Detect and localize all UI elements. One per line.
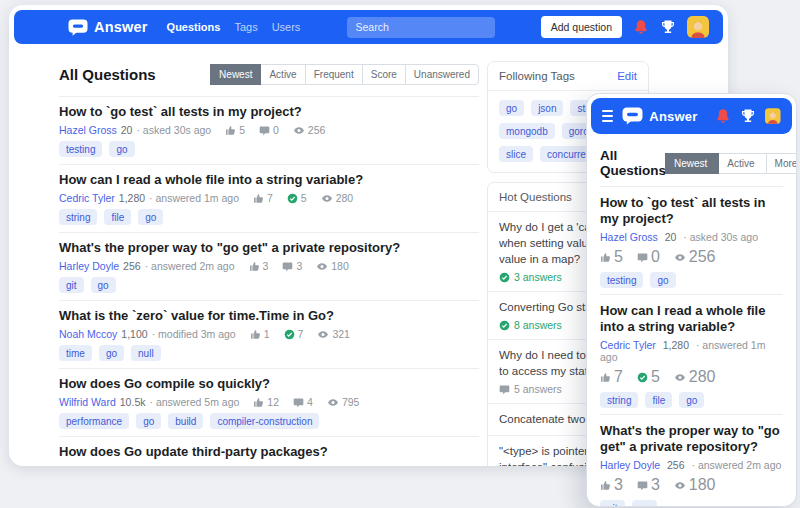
filter-button[interactable]: Frequent <box>305 64 363 85</box>
answered-check-icon <box>499 272 510 283</box>
tag-chip[interactable]: string <box>59 209 97 225</box>
question-list-item: How to `go test` all tests in my project… <box>600 187 783 295</box>
user-avatar[interactable] <box>765 105 781 127</box>
achievements-trophy-icon[interactable] <box>740 108 756 124</box>
achievements-trophy-icon[interactable] <box>660 19 676 35</box>
thumbs-up-icon <box>600 372 611 383</box>
question-list-item: How can I read a whole file into a strin… <box>600 295 783 415</box>
tag-chip[interactable]: go <box>138 209 163 225</box>
question-title[interactable]: How does Go compile so quickly? <box>59 376 479 392</box>
notifications-bell-icon[interactable] <box>633 19 649 35</box>
answers-stat: 0 <box>637 248 660 266</box>
question-author-link[interactable]: Hazel Gross <box>600 231 658 243</box>
menu-hamburger-icon[interactable] <box>602 110 613 122</box>
tag-chip[interactable]: git <box>600 500 625 507</box>
tag-chip[interactable]: time <box>59 345 92 361</box>
tag-chip[interactable]: string <box>600 392 638 408</box>
question-author-link[interactable]: Harley Doyle <box>600 459 660 471</box>
question-author-link[interactable]: Pamela Spraggins <box>59 464 145 466</box>
answers-stat: 5 <box>287 192 307 204</box>
tag-chip[interactable]: file <box>645 392 672 408</box>
question-title[interactable]: How to `go test` all tests in my project… <box>600 195 783 227</box>
user-avatar[interactable] <box>687 16 709 38</box>
views-stat: 795 <box>327 396 360 408</box>
search-input[interactable] <box>347 17 495 38</box>
question-meta: Wilfrid Ward 10.5k · answered 5m ago 12 … <box>59 396 479 408</box>
tag-chip[interactable]: go <box>99 345 124 361</box>
comment-icon <box>282 261 293 272</box>
author-reputation: 20 <box>665 231 677 243</box>
tag-chip[interactable]: slice <box>499 146 533 162</box>
tag-chip[interactable]: go <box>632 500 657 507</box>
thumbs-up-icon <box>250 329 261 340</box>
thumbs-up-icon <box>600 480 611 491</box>
question-author-link[interactable]: Cedric Tyler <box>600 339 656 351</box>
question-title[interactable]: What is the `zero` value for time.Time i… <box>59 308 479 324</box>
eye-icon <box>293 125 305 136</box>
question-title[interactable]: How to `go test` all tests in my project… <box>59 104 479 120</box>
question-tags: gitgo <box>59 277 479 293</box>
tag-chip[interactable]: testing <box>59 141 102 157</box>
filter-button[interactable]: Score <box>362 64 406 85</box>
tag-chip[interactable]: go <box>136 413 161 429</box>
eye-icon <box>316 261 328 272</box>
app-logo[interactable]: Answer <box>622 107 697 125</box>
question-meta: Cedric Tyler 1,280 · answered 1m ago <box>600 339 783 363</box>
comment-icon <box>308 465 319 467</box>
question-stats: 7 5 280 <box>600 368 783 386</box>
question-author-link[interactable]: Wilfrid Ward <box>59 396 116 408</box>
tag-chip[interactable]: testing <box>600 272 643 288</box>
filter-button[interactable]: More▾ <box>766 153 797 174</box>
question-meta: Pamela Spraggins 86 · answered 5m ago 24… <box>59 464 479 466</box>
tag-chip[interactable]: go <box>679 392 704 408</box>
tag-chip[interactable]: go <box>91 277 116 293</box>
question-tags: performancegobuildcompiler-construction <box>59 413 479 429</box>
tag-chip[interactable]: go <box>109 141 134 157</box>
add-question-button[interactable]: Add question <box>541 16 622 38</box>
tag-chip[interactable]: git <box>59 277 84 293</box>
nav-link[interactable]: Questions <box>167 21 221 33</box>
tag-chip[interactable]: null <box>131 345 161 361</box>
tag-chip[interactable]: build <box>168 413 203 429</box>
votes-stat: 24 <box>268 464 294 466</box>
tag-chip[interactable]: go <box>650 272 675 288</box>
nav-link[interactable]: Users <box>272 21 301 33</box>
filter-button[interactable]: Unanswered <box>405 64 479 85</box>
filter-button[interactable]: Active <box>718 153 766 174</box>
question-author-link[interactable]: Noah Mccoy <box>59 328 117 340</box>
question-timestamp: · answered 5m ago <box>149 396 239 408</box>
answers-stat: 5 <box>637 368 660 386</box>
question-author-link[interactable]: Harley Doyle <box>59 260 119 272</box>
tag-chip[interactable]: performance <box>59 413 129 429</box>
votes-stat: 1 <box>250 328 270 340</box>
question-title[interactable]: What's the proper way to "go get" a priv… <box>600 423 783 455</box>
filter-button[interactable]: Active <box>260 64 305 85</box>
question-meta: Hazel Gross 20 · asked 30s ago 5 0 <box>59 124 479 136</box>
app-logo[interactable]: Answer <box>68 19 148 36</box>
author-reputation: 256 <box>123 260 141 272</box>
question-author-link[interactable]: Hazel Gross <box>59 124 117 136</box>
tag-chip[interactable]: go <box>499 100 524 116</box>
views-stat: 10k <box>348 464 380 466</box>
question-title[interactable]: How can I read a whole file into a strin… <box>600 303 783 335</box>
question-title[interactable]: How does Go update third-party packages? <box>59 444 479 460</box>
filter-button-group: Newest Active Frequent Score Unanswered <box>211 64 479 85</box>
question-title[interactable]: How can I read a whole file into a strin… <box>59 172 479 188</box>
eye-icon <box>674 480 686 491</box>
votes-stat: 7 <box>253 192 273 204</box>
edit-tags-link[interactable]: Edit <box>617 70 637 82</box>
question-stats: 3 3 180 <box>600 476 783 494</box>
tag-chip[interactable]: file <box>104 209 131 225</box>
tag-chip[interactable]: json <box>531 100 563 116</box>
filter-button-group: Newest Active More▾ <box>666 153 797 174</box>
question-title[interactable]: What's the proper way to "go get" a priv… <box>59 240 479 256</box>
tag-chip[interactable]: mongodb <box>499 123 555 139</box>
notifications-bell-icon[interactable] <box>715 108 731 124</box>
nav-link[interactable]: Tags <box>234 21 257 33</box>
filter-button[interactable]: Newest <box>210 64 261 85</box>
tag-chip[interactable]: compiler-construction <box>210 413 319 429</box>
filter-button[interactable]: Newest <box>665 153 719 174</box>
question-author-link[interactable]: Cedric Tyler <box>59 192 115 204</box>
author-reputation: 1,280 <box>663 339 689 351</box>
views-stat: 280 <box>321 192 354 204</box>
